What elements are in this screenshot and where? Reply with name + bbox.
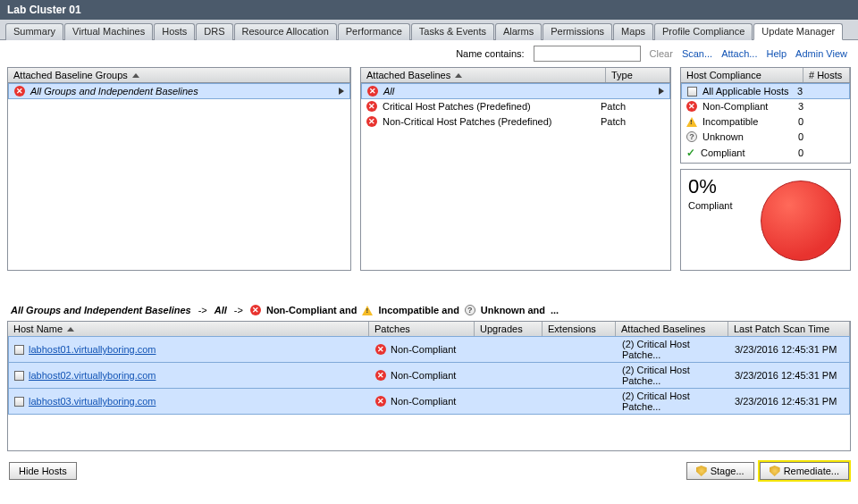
arrow-right-icon — [659, 88, 664, 95]
attached-baselines-header-name-label: Attached Baselines — [366, 70, 450, 80]
tab-update-manager[interactable]: Update Manager — [753, 23, 843, 40]
arrow-text: -> — [198, 305, 207, 315]
baseline-row-all[interactable]: ✕ All — [361, 83, 670, 99]
cell: (2) Critical Host Patche... — [617, 389, 729, 414]
compliance-row-incompatible[interactable]: Incompatible 0 — [681, 114, 850, 130]
baseline-row-label: Non-Critical Host Patches (Predefined) — [383, 116, 595, 127]
tab-performance[interactable]: Performance — [338, 23, 410, 40]
cell: (2) Critical Host Patche... — [617, 363, 729, 388]
cell: 3/23/2016 12:45:31 PM — [729, 394, 849, 408]
scan-link[interactable]: Scan... — [682, 48, 712, 59]
baseline-row-type: Patch — [601, 101, 665, 112]
baseline-row[interactable]: ✕ Critical Host Patches (Predefined) Pat… — [361, 99, 670, 114]
tab-permissions[interactable]: Permissions — [543, 23, 612, 40]
col-host[interactable]: Host Name — [8, 322, 369, 336]
filter-part: All Groups and Independent Baselines — [11, 305, 191, 315]
clear-link[interactable]: Clear — [650, 48, 673, 59]
error-icon: ✕ — [375, 344, 386, 355]
baseline-groups-header[interactable]: Attached Baseline Groups — [8, 68, 350, 82]
cell: 3/23/2016 12:45:31 PM — [729, 368, 849, 382]
host-link[interactable]: labhost01.virtuallyboring.com — [29, 344, 156, 355]
baseline-row-type: Patch — [601, 116, 665, 127]
host-compliance-panel: Host Compliance # Hosts All Applicable H… — [680, 67, 851, 164]
arrow-right-icon — [339, 88, 344, 95]
name-contains-input[interactable] — [534, 46, 641, 62]
tab-maps[interactable]: Maps — [613, 23, 653, 40]
error-icon: ✕ — [14, 86, 25, 97]
baseline-row[interactable]: ✕ Non-Critical Host Patches (Predefined)… — [361, 114, 670, 130]
baseline-row-label: Critical Host Patches (Predefined) — [383, 101, 595, 112]
col-upgrades[interactable]: Upgrades — [475, 322, 543, 336]
remediate-button[interactable]: Remediate... — [760, 462, 849, 480]
hosts-table: Host Name Patches Upgrades Extensions At… — [7, 321, 851, 451]
sort-icon — [132, 73, 139, 78]
shield-icon — [696, 466, 707, 476]
host-link[interactable]: labhost03.virtuallyboring.com — [29, 396, 156, 407]
tab-virtual-machines[interactable]: Virtual Machines — [64, 23, 153, 40]
cell: Non-Compliant — [391, 396, 456, 407]
filter-part: All — [214, 305, 227, 315]
baseline-groups-header-label: Attached Baseline Groups — [13, 70, 128, 80]
baseline-groups-row-label: All Groups and Independent Baselines — [30, 86, 333, 97]
filter-part: ... — [551, 305, 559, 315]
check-icon: ✓ — [686, 147, 695, 159]
help-link[interactable]: Help — [766, 48, 786, 59]
hide-hosts-button[interactable]: Hide Hosts — [9, 462, 77, 480]
filter-breadcrumb: All Groups and Independent Baselines -> … — [0, 296, 858, 321]
compliance-chart: 0% Compliant — [680, 169, 851, 271]
tab-tasks-events[interactable]: Tasks & Events — [411, 23, 494, 40]
table-row[interactable]: labhost02.virtuallyboring.com ✕Non-Compl… — [8, 362, 850, 389]
table-row[interactable]: labhost01.virtuallyboring.com ✕Non-Compl… — [8, 336, 850, 363]
compliance-row-compliant[interactable]: ✓ Compliant 0 — [681, 145, 850, 162]
tab-drs[interactable]: DRS — [196, 23, 232, 40]
error-icon: ✕ — [366, 101, 377, 112]
cell — [543, 348, 617, 351]
compliance-percent-label: Compliant — [688, 200, 733, 211]
admin-view-link[interactable]: Admin View — [795, 48, 847, 59]
tab-summary[interactable]: Summary — [5, 23, 63, 40]
host-compliance-count-header[interactable]: # Hosts — [803, 68, 850, 82]
cell: Non-Compliant — [391, 344, 456, 355]
baseline-groups-panel: Attached Baseline Groups ✕ All Groups an… — [7, 67, 351, 271]
host-compliance-header[interactable]: Host Compliance — [681, 68, 803, 82]
error-icon: ✕ — [367, 86, 378, 97]
col-attached-baselines[interactable]: Attached Baselines — [616, 322, 728, 336]
error-icon: ✕ — [686, 101, 697, 112]
table-row[interactable]: labhost03.virtuallyboring.com ✕Non-Compl… — [8, 388, 850, 415]
attach-link[interactable]: Attach... — [721, 48, 757, 59]
window-title: Lab Cluster 01 — [0, 0, 858, 20]
warning-icon — [686, 117, 697, 127]
stage-button[interactable]: Stage... — [686, 462, 754, 480]
compliance-row-unknown[interactable]: ? Unknown 0 — [681, 130, 850, 145]
cell — [543, 399, 617, 403]
unknown-icon: ? — [686, 131, 697, 142]
cell — [475, 374, 543, 377]
tab-profile-compliance[interactable]: Profile Compliance — [654, 23, 753, 40]
compliance-row-label: Incompatible — [702, 116, 793, 127]
baseline-row-label: All — [383, 86, 653, 97]
error-icon: ✕ — [366, 116, 377, 127]
error-icon: ✕ — [375, 370, 386, 381]
col-extensions[interactable]: Extensions — [543, 322, 616, 336]
compliance-row-label: Non-Compliant — [702, 101, 793, 112]
cell: (2) Critical Host Patche... — [617, 337, 729, 362]
tab-hosts[interactable]: Hosts — [154, 23, 195, 40]
tab-alarms[interactable]: Alarms — [495, 23, 542, 40]
bottom-bar: Hide Hosts Stage... Remediate... — [0, 451, 858, 482]
compliance-row-label: Unknown — [702, 131, 793, 142]
col-patches[interactable]: Patches — [369, 322, 475, 336]
compliance-row-all[interactable]: All Applicable Hosts 3 — [681, 83, 850, 99]
compliance-row-noncompliant[interactable]: ✕ Non-Compliant 3 — [681, 99, 850, 114]
host-icon — [14, 345, 24, 355]
attached-baselines-header-name[interactable]: Attached Baselines — [361, 68, 606, 82]
tab-resource-allocation[interactable]: Resource Allocation — [234, 23, 337, 40]
host-link[interactable]: labhost02.virtuallyboring.com — [29, 370, 156, 381]
arrow-text: -> — [234, 305, 243, 315]
compliance-row-label: All Applicable Hosts — [702, 86, 792, 97]
baseline-groups-row-all[interactable]: ✕ All Groups and Independent Baselines — [8, 83, 350, 99]
compliance-row-count: 0 — [798, 131, 845, 142]
unknown-icon: ? — [465, 305, 475, 315]
attached-baselines-header-type[interactable]: Type — [606, 68, 670, 82]
filter-part: Unknown and — [481, 305, 545, 315]
col-last-scan[interactable]: Last Patch Scan Time — [728, 322, 850, 336]
